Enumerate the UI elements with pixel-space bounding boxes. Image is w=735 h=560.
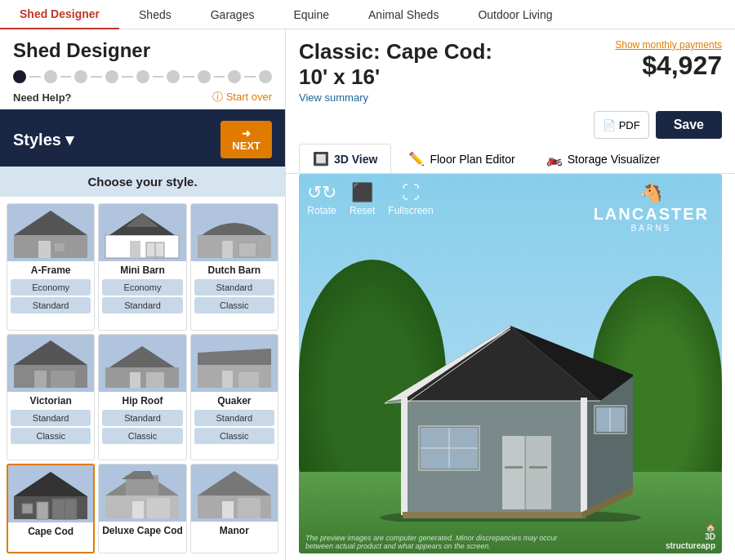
hiproof-standard-btn[interactable]: Standard [102, 410, 182, 426]
progress-line-4 [122, 76, 133, 78]
style-card-quaker[interactable]: Quaker Standard Classic [190, 334, 278, 461]
styles-grid: A-Frame Economy Standard Mini Barn [0, 197, 285, 560]
progress-step-3 [74, 70, 87, 83]
nav-equine[interactable]: Equine [274, 0, 349, 29]
tab-storage[interactable]: 🏍️ Storage Visualizer [532, 144, 674, 173]
nav-sheds[interactable]: Sheds [119, 0, 191, 29]
tab-3dview[interactable]: 🔲 3D View [299, 144, 391, 173]
style-img-minibarn [99, 204, 185, 261]
svg-rect-23 [222, 371, 233, 388]
next-label: NEXT [232, 140, 261, 152]
nav-garages[interactable]: Garages [191, 0, 274, 29]
svg-marker-14 [14, 340, 87, 365]
quaker-classic-btn[interactable]: Classic [194, 428, 274, 444]
nav-shed-designer[interactable]: Shed Designer [0, 0, 119, 29]
style-card-deluxecapecod[interactable]: Deluxe Cape Cod [98, 464, 186, 553]
floorplan-icon: ✏️ [408, 151, 425, 167]
lancaster-brand: 🐴 LANCASTER BARNS [594, 182, 709, 233]
svg-rect-15 [34, 371, 47, 388]
progress-line-5 [153, 76, 164, 78]
start-over-button[interactable]: ⓘ Start over [212, 90, 272, 104]
capecod-shed-svg [10, 468, 91, 521]
rotate-label: Rotate [307, 205, 336, 216]
progress-step-4 [105, 70, 118, 83]
minibarn-economy-btn[interactable]: Economy [102, 279, 182, 296]
rotate-icon: ↺↻ [307, 182, 336, 203]
show-monthly-link[interactable]: Show monthly payments [615, 39, 722, 51]
svg-marker-38 [198, 471, 271, 496]
style-card-victorian[interactable]: Victorian Standard Classic [7, 334, 95, 461]
svg-rect-54 [505, 466, 523, 469]
victorian-standard-btn[interactable]: Standard [11, 410, 91, 426]
progress-step-1 [13, 70, 26, 83]
style-card-minibarn[interactable]: Mini Barn Economy Standard [98, 203, 186, 331]
next-arrow-icon: ➜ [242, 127, 251, 140]
svg-rect-19 [130, 372, 140, 388]
progress-step-7 [198, 70, 211, 83]
style-card-manor[interactable]: Manor [190, 464, 278, 553]
rotate-control[interactable]: ↺↻ Rotate [307, 182, 336, 216]
svg-rect-36 [147, 498, 170, 518]
styles-panel: Styles ▾ ➜ NEXT [0, 109, 285, 167]
storage-icon: 🏍️ [546, 151, 563, 167]
help-row: Need Help? ⓘ Start over [0, 88, 285, 109]
nav-animal-sheds[interactable]: Animal Sheds [349, 0, 458, 29]
style-name-minibarn: Mini Barn [99, 261, 185, 278]
save-button[interactable]: Save [656, 111, 722, 139]
product-title-line2: 10' x 16' [299, 64, 380, 89]
victorian-classic-btn[interactable]: Classic [11, 428, 91, 444]
next-button[interactable]: ➜ NEXT [220, 121, 272, 158]
style-card-dutchbarn[interactable]: Dutch Barn Standard Classic [190, 203, 278, 331]
reset-label: Reset [350, 205, 375, 216]
viewer-tabs: 🔲 3D View ✏️ Floor Plan Editor 🏍️ Storag… [286, 144, 735, 174]
aframe-standard-btn[interactable]: Standard [11, 297, 91, 313]
need-help-label[interactable]: Need Help? [13, 91, 72, 104]
style-card-capecod[interactable]: Cape Cod [7, 464, 95, 553]
minibarn-standard-btn[interactable]: Standard [102, 297, 182, 313]
reset-control[interactable]: ⬛ Reset [350, 182, 375, 216]
svg-marker-22 [198, 349, 271, 365]
svg-rect-40 [238, 498, 261, 518]
style-card-aframe[interactable]: A-Frame Economy Standard [7, 203, 95, 331]
style-card-hiproof[interactable]: Hip Roof Standard Classic [98, 334, 186, 461]
svg-marker-6 [126, 213, 158, 227]
sidebar-header: Shed Designer [0, 29, 285, 65]
quaker-standard-btn[interactable]: Standard [194, 410, 274, 426]
pdf-button[interactable]: 📄 PDF [594, 111, 649, 139]
style-name-deluxecapecod: Deluxe Cape Cod [99, 522, 185, 538]
pdf-label: PDF [619, 119, 640, 131]
dutchbarn-classic-btn[interactable]: Classic [194, 297, 274, 313]
aframe-economy-btn[interactable]: Economy [11, 279, 91, 296]
tab-3dview-label: 3D View [334, 153, 377, 166]
style-img-aframe [7, 204, 94, 261]
style-name-aframe: A-Frame [7, 261, 94, 278]
style-img-capecod [8, 465, 93, 522]
svg-rect-48 [581, 398, 587, 515]
style-name-dutchbarn: Dutch Barn [191, 261, 278, 278]
brand-sub: BARNS [594, 224, 709, 233]
product-title-line1: Classic: Cape Cod: [299, 39, 492, 64]
fullscreen-label: Fullscreen [388, 205, 433, 216]
svg-rect-11 [222, 241, 233, 258]
hiproof-classic-btn[interactable]: Classic [102, 428, 182, 444]
brand-name: LANCASTER [594, 205, 709, 224]
style-img-victorian [7, 335, 94, 392]
tab-floorplan[interactable]: ✏️ Floor Plan Editor [394, 144, 528, 173]
svg-marker-26 [14, 472, 87, 496]
nav-outdoor-living[interactable]: Outdoor Living [458, 0, 572, 29]
progress-line-3 [91, 76, 102, 78]
svg-rect-27 [37, 502, 48, 519]
svg-rect-7 [130, 241, 140, 258]
dutchbarn-standard-btn[interactable]: Standard [194, 279, 274, 296]
structure-icon: 🏠 [666, 523, 715, 532]
style-name-victorian: Victorian [7, 392, 94, 408]
view-summary-link[interactable]: View summary [299, 91, 368, 104]
quaker-shed-svg [194, 336, 275, 389]
fullscreen-control[interactable]: ⛶ Fullscreen [388, 182, 433, 216]
svg-marker-18 [109, 346, 175, 367]
styles-label[interactable]: Styles ▾ [13, 130, 74, 149]
style-img-manor [191, 464, 278, 522]
style-name-quaker: Quaker [191, 392, 278, 408]
svg-rect-3 [55, 243, 65, 251]
progress-line-7 [214, 76, 225, 78]
